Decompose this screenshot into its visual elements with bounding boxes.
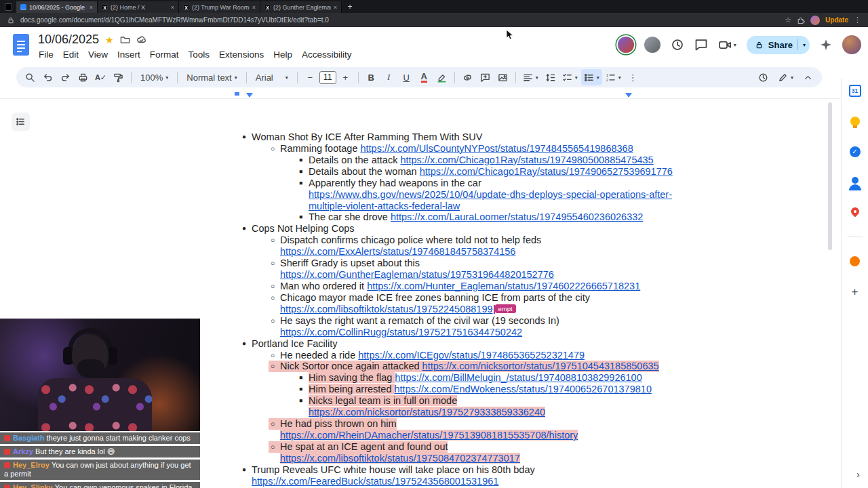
star-icon[interactable]: ★ bbox=[105, 35, 114, 45]
account-avatar[interactable] bbox=[842, 35, 861, 54]
checklist-select[interactable]: ▾ bbox=[559, 69, 580, 85]
undo-icon[interactable] bbox=[39, 69, 56, 85]
doc-link[interactable]: https://x.com/LauraLoomer/status/1974955… bbox=[391, 211, 643, 222]
contacts-icon[interactable] bbox=[848, 176, 861, 188]
menu-file[interactable]: File bbox=[34, 48, 58, 61]
tab-close-icon[interactable]: × bbox=[90, 4, 93, 11]
bold-icon[interactable]: B bbox=[363, 69, 380, 85]
doc-line[interactable]: ■Details on the attack https://x.com/Chi… bbox=[224, 155, 673, 166]
doc-line[interactable]: ■Details about the woman https://x.com/C… bbox=[224, 166, 673, 178]
doc-line[interactable]: ○He had piss thrown on him bbox=[224, 418, 673, 430]
doc-line[interactable]: ●Trump Reveals UFC white house will take… bbox=[224, 464, 673, 476]
doc-line[interactable]: https://x.com/ExxAlerts/status/197468184… bbox=[224, 246, 673, 258]
tab-stop-marker[interactable] bbox=[235, 92, 239, 96]
doc-line[interactable]: ●Cops Not Helping Cops bbox=[224, 223, 673, 235]
doc-line[interactable]: https://x.com/RheinDAmacher/status/19751… bbox=[224, 430, 673, 441]
editing-mode-select[interactable]: ▾ bbox=[774, 69, 797, 85]
tab-close-icon[interactable]: × bbox=[252, 4, 256, 11]
doc-link[interactable]: https://x.com/RheinDAmacher/status/19751… bbox=[280, 430, 578, 441]
tab-close-icon[interactable]: × bbox=[171, 4, 174, 11]
collapse-toolbar-icon[interactable] bbox=[800, 69, 816, 85]
doc-line[interactable]: https://www.dhs.gov/news/2025/10/04/upda… bbox=[224, 189, 673, 201]
collaborator-avatar[interactable] bbox=[618, 37, 634, 53]
text-color-icon[interactable]: A bbox=[416, 69, 433, 85]
browser-tab[interactable]: X(2) Trump War Rooms on X: "Presi...× bbox=[179, 1, 260, 13]
doc-link[interactable]: multiple-violent-attacks-federal-law bbox=[309, 201, 460, 211]
comments-icon[interactable] bbox=[694, 38, 708, 52]
doc-link[interactable]: https://x.com/libsoftiktok/status/197508… bbox=[280, 453, 520, 464]
meet-video-icon[interactable]: ▾ bbox=[718, 38, 736, 52]
document-status-cloud-icon[interactable] bbox=[136, 35, 146, 45]
addon-icon[interactable] bbox=[848, 255, 861, 268]
decrease-font-icon[interactable]: − bbox=[302, 69, 319, 85]
doc-line[interactable]: https://x.com/CollinRugg/status/19752175… bbox=[224, 327, 673, 338]
doc-link[interactable]: https://x.com/ExxAlerts/status/197468184… bbox=[280, 246, 515, 257]
menu-edit[interactable]: Edit bbox=[58, 48, 83, 61]
highlight-color-icon[interactable] bbox=[433, 69, 450, 85]
doc-link[interactable]: https://x.com/GuntherEagleman/status/197… bbox=[280, 269, 554, 280]
hide-side-panel-chevron[interactable]: › bbox=[856, 468, 860, 480]
calendar-icon[interactable]: 31 bbox=[849, 85, 861, 97]
increase-font-icon[interactable]: + bbox=[337, 69, 354, 85]
browser-menu-icon[interactable]: ⋮ bbox=[854, 16, 861, 24]
align-select[interactable]: ▾ bbox=[520, 69, 541, 85]
share-dropdown-icon[interactable]: ▾ bbox=[803, 42, 806, 48]
doc-line[interactable]: ○Chicago mayor made ICE free zones banni… bbox=[224, 292, 673, 304]
show-outline-button[interactable] bbox=[12, 113, 30, 131]
doc-line[interactable]: https://x.com/GuntherEagleman/status/197… bbox=[224, 269, 673, 281]
doc-line[interactable]: ■Apparently they had weapons in the car bbox=[224, 178, 673, 189]
doc-line[interactable]: multiple-violent-attacks-federal-law bbox=[224, 201, 673, 212]
extensions-puzzle-icon[interactable] bbox=[797, 16, 805, 24]
insert-link-icon[interactable] bbox=[459, 69, 476, 85]
font-size-input[interactable]: 11 bbox=[319, 71, 336, 84]
menu-format[interactable]: Format bbox=[145, 48, 184, 61]
bookmark-star-icon[interactable]: ☆ bbox=[785, 16, 791, 24]
doc-link[interactable]: https://x.com/Chicago1Ray/status/1974980… bbox=[400, 155, 653, 165]
spell-check-icon[interactable]: A✓ bbox=[92, 69, 109, 85]
paragraph-style-select[interactable]: Normal text▾ bbox=[182, 69, 241, 85]
tab-close-icon[interactable]: × bbox=[334, 4, 337, 11]
doc-line[interactable]: ○He says the right want a rematch of the… bbox=[224, 315, 673, 327]
doc-line[interactable]: ○He needed a ride https://x.com/ICEgov/s… bbox=[224, 350, 673, 361]
version-history-icon[interactable] bbox=[671, 38, 684, 52]
doc-link[interactable]: https://x.com/libsoftiktok/status/197522… bbox=[280, 304, 493, 314]
menu-extensions[interactable]: Extensions bbox=[214, 48, 269, 61]
doc-line[interactable]: ○Man who ordered it https://x.com/Hunter… bbox=[224, 281, 673, 292]
doc-line[interactable]: ○Sheriff Grady is upset about this bbox=[224, 258, 673, 269]
scrollbar-thumb[interactable] bbox=[828, 102, 832, 250]
menu-accessibility[interactable]: Accessibility bbox=[297, 48, 357, 61]
browser-profile-avatar[interactable] bbox=[810, 16, 820, 25]
underline-icon[interactable]: U bbox=[398, 69, 415, 85]
tasks-icon[interactable]: ✓ bbox=[848, 145, 861, 158]
document-body[interactable]: ●Woman Shot By ICE After Ramming Them Wi… bbox=[224, 131, 673, 487]
gemini-spark-icon[interactable] bbox=[820, 39, 832, 51]
doc-line[interactable]: ■Him saving the flag https://x.com/BillM… bbox=[224, 372, 673, 384]
doc-link[interactable]: https://x.com/CollinRugg/status/19752175… bbox=[280, 327, 522, 338]
zoom-select[interactable]: 100%▾ bbox=[136, 69, 173, 85]
browser-tab[interactable]: X(2) Home / X× bbox=[98, 1, 179, 13]
bulleted-list-select[interactable]: ▾ bbox=[581, 69, 602, 85]
doc-line[interactable]: ○Dispatch confirms chicago police where … bbox=[224, 235, 673, 246]
doc-line[interactable]: https://x.com/libsoftiktok/status/197522… bbox=[224, 304, 673, 315]
doc-line[interactable]: https://x.com/FearedBuck/status/19752435… bbox=[224, 476, 673, 487]
doc-line[interactable]: ○He spat at an ICE agent and found out bbox=[224, 441, 673, 453]
doc-link[interactable]: https://x.com/EndWokeness/status/1974006… bbox=[395, 384, 652, 394]
move-folder-icon[interactable] bbox=[120, 35, 130, 45]
menu-help[interactable]: Help bbox=[269, 48, 297, 61]
collaborator-avatar[interactable] bbox=[644, 37, 660, 53]
doc-link[interactable]: https://www.dhs.gov/news/2025/10/04/upda… bbox=[309, 189, 672, 200]
docs-logo-icon[interactable] bbox=[12, 33, 30, 59]
doc-link[interactable]: https://x.com/ICEgov/status/197486536525… bbox=[358, 350, 585, 361]
doc-line[interactable]: ■Nicks legal team is in full on mode bbox=[224, 395, 673, 407]
browser-tab[interactable]: 10/06/2025 - Google Docs× bbox=[16, 1, 98, 13]
doc-line[interactable]: ■Him being arrested https://x.com/EndWok… bbox=[224, 384, 673, 395]
italic-icon[interactable]: I bbox=[380, 69, 397, 85]
line-spacing-icon[interactable] bbox=[542, 69, 559, 85]
doc-line[interactable]: ●Woman Shot By ICE After Ramming Them Wi… bbox=[224, 131, 673, 143]
get-addons-button[interactable]: + bbox=[848, 285, 861, 298]
doc-link[interactable]: https://x.com/FearedBuck/status/19752435… bbox=[252, 476, 498, 487]
doc-link[interactable]: https://x.com/UlsCountyNYPost/status/197… bbox=[360, 143, 633, 154]
url-text[interactable]: docs.google.com/document/d/1QG1ihCMeaMFT… bbox=[20, 16, 779, 24]
doc-link[interactable]: https://x.com/nicksortor/status/19752793… bbox=[309, 407, 545, 418]
menu-tools[interactable]: Tools bbox=[184, 48, 215, 61]
